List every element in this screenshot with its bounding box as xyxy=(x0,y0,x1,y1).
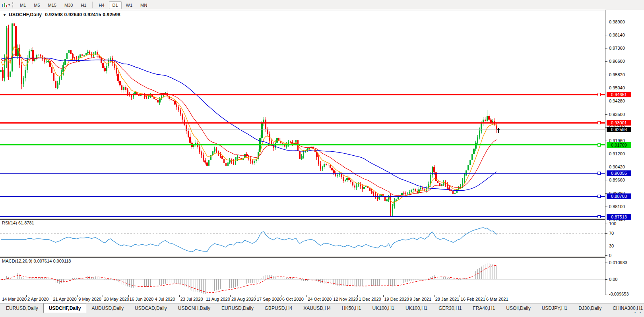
rsi-top-border xyxy=(0,219,644,220)
time-tick-mark xyxy=(409,295,409,297)
time-axis-label: 28 May 2020 xyxy=(104,297,129,302)
rsi-tick-label: 30 xyxy=(609,244,614,248)
rsi-indicator-label: RSI(14) 61.8781 xyxy=(2,220,34,225)
price-tick-label: 0.97360 xyxy=(609,46,625,50)
timeframe-button-d1[interactable]: D1 xyxy=(109,1,122,9)
chart-top-border xyxy=(0,10,644,10)
chart-tab-xauusd-h4[interactable]: XAUUSD,H4 xyxy=(298,304,336,313)
time-axis-label: 9 Jan 2021 xyxy=(410,297,431,302)
timeframe-button-m1[interactable]: M1 xyxy=(16,1,29,9)
rsi-tick-label: 100 xyxy=(609,221,616,226)
time-tick-mark xyxy=(1,295,1,297)
price-tick-label: 0.98900 xyxy=(609,19,625,24)
main-chart-canvas[interactable] xyxy=(0,10,605,218)
timeframe-button-m30[interactable]: M30 xyxy=(61,1,76,9)
macd-tick-label: 0.010933 xyxy=(609,260,627,265)
macd-tick-mark xyxy=(605,263,607,263)
time-axis-label: 14 Mar 2020 xyxy=(2,297,27,302)
rsi-panel-canvas[interactable] xyxy=(0,220,605,256)
price-tick-label: 0.94280 xyxy=(609,99,625,103)
price-tick-mark xyxy=(605,207,607,207)
chart-tab-usdcad-daily[interactable]: USDCAD,Daily xyxy=(130,304,172,313)
rsi-tick-mark xyxy=(605,246,607,246)
chart-tab-eurusd-daily[interactable]: EURUSD,Daily xyxy=(216,304,259,313)
time-axis-label: 24 Oct 2020 xyxy=(308,297,332,302)
time-axis-label: 9 May 2020 xyxy=(78,297,101,302)
time-tick-mark xyxy=(434,295,435,297)
timeframe-button-mn[interactable]: MN xyxy=(137,1,151,9)
time-tick-mark xyxy=(460,295,460,297)
price-tick-mark xyxy=(605,141,607,141)
expand-ohlc-icon[interactable]: ▼ xyxy=(3,13,6,17)
macd-indicator-label: MACD(12,26,9) 0.007614 0.009118 xyxy=(2,259,71,263)
time-tick-mark xyxy=(154,295,154,297)
rsi-tick-mark xyxy=(605,233,607,234)
level-price-badge: 0.90055 xyxy=(607,170,631,176)
toolbar-grip[interactable] xyxy=(12,2,14,8)
chart-symbol-label: USDCHF,Daily xyxy=(9,12,42,17)
chart-tab-usdjpy-h1[interactable]: USDJPY,H1 xyxy=(537,304,572,313)
chart-tab-usdcnh-daily[interactable]: USDCNH,Daily xyxy=(173,304,215,313)
level-price-badge: 0.94651 xyxy=(607,92,631,97)
rsi-tick-label: 0 xyxy=(609,253,611,258)
chart-tab-eurusd-daily[interactable]: EURUSD,Daily xyxy=(1,304,43,313)
chart-tab-usoil-daily[interactable]: USOil,Daily xyxy=(501,304,535,313)
price-tick-mark xyxy=(605,114,607,115)
macd-tick-mark xyxy=(605,294,607,294)
time-tick-mark xyxy=(357,295,358,297)
price-tick-label: 0.95040 xyxy=(609,85,625,90)
price-tick-label: 0.95820 xyxy=(609,72,625,77)
price-tick-mark xyxy=(605,167,607,167)
chart-tab-ger30-h1[interactable]: GER30,H1 xyxy=(433,304,467,313)
chart-tab-uk100-h1[interactable]: UK100,H1 xyxy=(400,304,433,313)
price-tick-label: 0.98140 xyxy=(609,33,625,37)
chart-title: ▼USDCHF,Daily0.92598 0.92640 0.92415 0.9… xyxy=(3,12,120,17)
time-axis-label: 16 Feb 2021 xyxy=(461,297,485,302)
chart-ohlc-values: 0.92598 0.92640 0.92415 0.92598 xyxy=(45,12,120,17)
time-axis-label: 29 Aug 2020 xyxy=(231,297,256,302)
price-tick-mark xyxy=(605,61,607,62)
toolbar-separator xyxy=(92,2,93,8)
time-axis-label: 11 Aug 2020 xyxy=(206,297,230,302)
macd-tick-label: -0.009653 xyxy=(609,292,629,296)
price-tick-label: 0.93500 xyxy=(609,112,625,117)
timeframe-button-h4[interactable]: H4 xyxy=(95,1,108,9)
time-tick-mark xyxy=(179,295,180,297)
timeframe-button-w1[interactable]: W1 xyxy=(122,1,136,9)
price-tick-mark xyxy=(605,180,607,180)
time-tick-mark xyxy=(128,295,129,297)
rsi-bottom-border xyxy=(0,256,644,256)
time-tick-mark xyxy=(230,295,231,297)
price-tick-label: 0.91200 xyxy=(609,151,625,156)
level-price-badge: 0.93001 xyxy=(607,120,631,126)
chart-type-button[interactable]: ▾ xyxy=(0,2,12,9)
chevron-down-icon[interactable]: ▾ xyxy=(8,3,10,7)
price-tick-label: 0.96600 xyxy=(609,59,625,64)
time-tick-mark xyxy=(256,295,256,297)
timeframe-button-m15[interactable]: M15 xyxy=(45,1,60,9)
rsi-tick-mark xyxy=(605,224,607,224)
time-axis-label: 2 Apr 2020 xyxy=(27,297,48,302)
timeframe-button-h1[interactable]: H1 xyxy=(77,1,90,9)
timeframe-buttons: M1M5M15M30H1H4D1W1MN xyxy=(16,1,151,9)
price-axis[interactable]: 0.989000.981400.973600.966000.958200.950… xyxy=(605,10,644,295)
chart-tab-hk50-h1[interactable]: HK50,H1 xyxy=(337,304,367,313)
time-tick-mark xyxy=(332,295,332,297)
time-axis-label: 6 Mar 2021 xyxy=(486,297,508,302)
chart-tab-uk100-h1[interactable]: UK100,H1 xyxy=(367,304,400,313)
chart-tab-usdchf-daily[interactable]: USDCHF,Daily xyxy=(43,303,87,313)
macd-panel-canvas[interactable] xyxy=(0,258,605,295)
chart-tab-audusd-daily[interactable]: AUDUSD,Daily xyxy=(86,304,129,313)
time-axis[interactable]: 14 Mar 20202 Apr 202021 Apr 20209 May 20… xyxy=(0,295,644,303)
macd-tick-mark xyxy=(605,279,607,280)
time-axis-label: 23 Jul 2020 xyxy=(180,297,203,302)
rsi-tick-mark xyxy=(605,255,607,256)
price-tick-mark xyxy=(605,48,607,48)
chart-tab-gbpusd-h4[interactable]: GBPUSD,H4 xyxy=(260,304,297,313)
chart-tab-fra40-h1[interactable]: FRA40,H1 xyxy=(467,304,500,313)
price-tick-mark xyxy=(605,22,607,22)
chart-tab-dj30-daily[interactable]: DJ30,Daily xyxy=(573,304,607,313)
price-tick-label: 0.88100 xyxy=(609,204,625,209)
price-tick-mark xyxy=(605,101,607,101)
timeframe-button-m5[interactable]: M5 xyxy=(30,1,43,9)
